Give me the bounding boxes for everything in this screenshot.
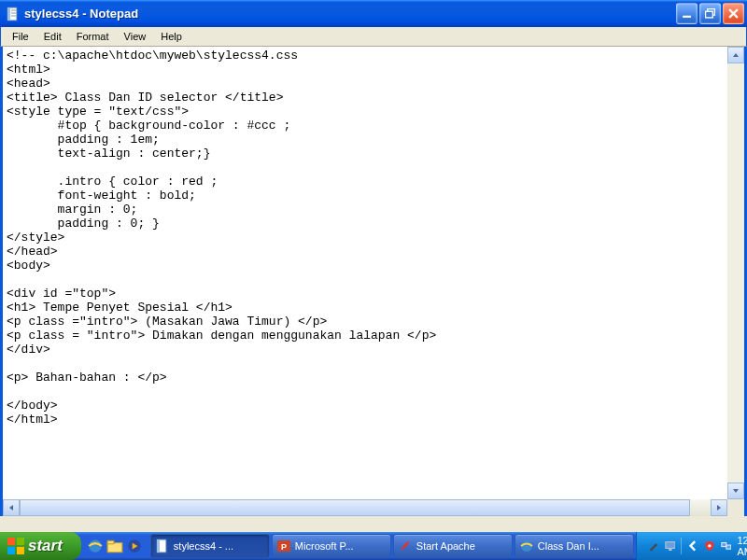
client-area: <!-- c:\apache\htdoc\myweb\stylecss4.css… xyxy=(0,47,747,516)
menu-bar: File Edit Format View Help xyxy=(0,27,747,47)
scroll-up-button[interactable] xyxy=(727,47,744,63)
taskbar-item-label: stylecss4 - ... xyxy=(174,540,233,552)
svg-rect-1 xyxy=(7,7,10,21)
pen-tray-icon[interactable] xyxy=(648,539,659,553)
scrollbar-corner xyxy=(727,499,744,516)
ie-icon[interactable] xyxy=(87,538,104,554)
svg-rect-14 xyxy=(107,540,114,543)
scroll-right-button[interactable] xyxy=(711,499,727,516)
notepad-icon xyxy=(155,539,170,553)
menu-view[interactable]: View xyxy=(117,29,154,44)
scroll-down-button[interactable] xyxy=(727,483,744,499)
horizontal-scroll-track[interactable] xyxy=(20,499,711,516)
svg-text:P: P xyxy=(281,542,287,552)
horizontal-scrollbar[interactable] xyxy=(3,499,727,516)
menu-help[interactable]: Help xyxy=(153,29,190,44)
horizontal-scroll-thumb[interactable] xyxy=(20,499,690,516)
svg-rect-24 xyxy=(721,543,726,547)
start-label: start xyxy=(28,537,63,555)
svg-rect-17 xyxy=(157,539,160,553)
taskbar-item-label: Class Dan I... xyxy=(538,540,599,552)
svg-rect-7 xyxy=(706,11,713,18)
svg-point-23 xyxy=(708,544,711,547)
taskbar-clock[interactable]: 12:32 AM xyxy=(737,535,747,557)
quick-launch xyxy=(81,532,148,560)
svg-rect-8 xyxy=(7,538,15,545)
shield-tray-icon[interactable] xyxy=(704,539,715,553)
taskbar: start stylecss4 - ... P Microsoft P... S… xyxy=(0,532,747,560)
start-button[interactable]: start xyxy=(0,532,81,560)
menu-file[interactable]: File xyxy=(5,29,36,44)
menu-edit[interactable]: Edit xyxy=(36,29,69,44)
taskbar-tasks: stylecss4 - ... P Microsoft P... Start A… xyxy=(148,532,636,560)
taskbar-item-label: Microsoft P... xyxy=(295,540,354,552)
explorer-icon[interactable] xyxy=(106,538,123,554)
svg-rect-21 xyxy=(665,542,674,549)
svg-point-20 xyxy=(521,540,532,552)
ie-icon xyxy=(519,539,534,553)
svg-point-12 xyxy=(89,539,102,553)
powerpoint-icon: P xyxy=(276,539,291,553)
restore-button[interactable] xyxy=(699,3,721,24)
taskbar-item-powerpoint[interactable]: P Microsoft P... xyxy=(272,534,391,558)
taskbar-item-notepad[interactable]: stylecss4 - ... xyxy=(150,534,270,558)
taskbar-item-label: Start Apache xyxy=(416,540,475,552)
minimize-button[interactable] xyxy=(676,3,698,24)
svg-rect-22 xyxy=(669,549,671,551)
notepad-app-icon xyxy=(6,7,21,21)
menu-format[interactable]: Format xyxy=(69,29,117,44)
tray-separator xyxy=(681,538,682,554)
close-button[interactable] xyxy=(723,3,744,24)
network-tray-icon[interactable] xyxy=(721,539,732,553)
feather-icon xyxy=(398,539,413,553)
chevron-left-icon[interactable] xyxy=(687,539,698,553)
svg-rect-5 xyxy=(683,16,691,18)
taskbar-item-ie[interactable]: Class Dan I... xyxy=(514,534,634,558)
scroll-left-button[interactable] xyxy=(3,499,20,516)
svg-rect-9 xyxy=(17,538,24,545)
monitor-tray-icon[interactable] xyxy=(665,539,676,553)
vertical-scroll-track[interactable] xyxy=(727,63,744,483)
system-tray: 12:32 AM xyxy=(636,532,747,560)
vertical-scrollbar[interactable] xyxy=(727,47,744,499)
text-editor[interactable]: <!-- c:\apache\htdoc\myweb\stylecss4.css… xyxy=(3,47,727,499)
media-player-icon[interactable] xyxy=(126,538,143,554)
taskbar-item-apache[interactable]: Start Apache xyxy=(393,534,513,558)
svg-rect-25 xyxy=(726,545,731,549)
svg-rect-10 xyxy=(7,547,15,554)
window-titlebar: stylecss4 - Notepad xyxy=(0,0,747,27)
window-title: stylecss4 - Notepad xyxy=(24,7,674,21)
svg-rect-11 xyxy=(17,547,24,554)
